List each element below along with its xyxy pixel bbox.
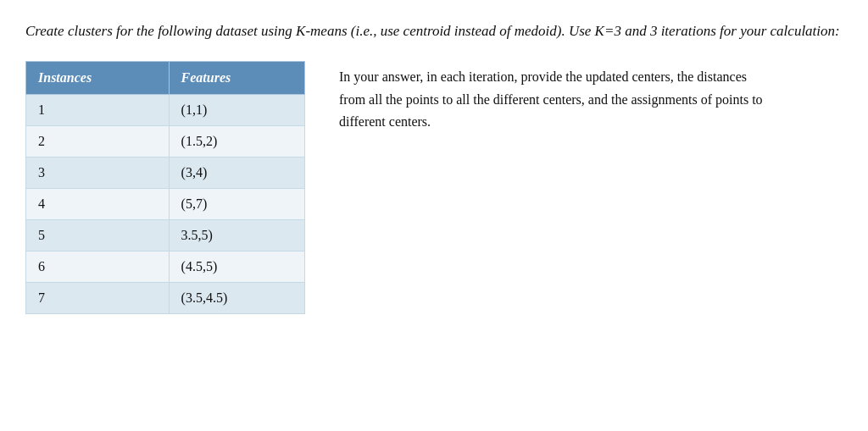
intro-paragraph: Create clusters for the following datase… <box>25 20 843 42</box>
cell-feature: (1.5,2) <box>169 126 304 157</box>
cell-instance: 1 <box>26 95 170 126</box>
cell-feature: (4.5,5) <box>169 251 304 283</box>
table-row: 4(5,7) <box>26 189 305 220</box>
col-header-features: Features <box>169 62 304 95</box>
cell-instance: 3 <box>26 157 170 189</box>
table-row: 2(1.5,2) <box>26 126 305 157</box>
cell-instance: 5 <box>26 220 170 251</box>
cell-feature: (3,4) <box>169 157 304 189</box>
data-table-wrapper: Instances Features 1(1,1)2(1.5,2)3(3,4)4… <box>25 61 305 314</box>
cell-feature: (1,1) <box>169 95 304 126</box>
side-description: In your answer, in each iteration, provi… <box>339 61 763 133</box>
table-row: 6(4.5,5) <box>26 251 305 283</box>
cell-feature: (5,7) <box>169 189 304 220</box>
table-row: 53.5,5) <box>26 220 305 251</box>
instances-table: Instances Features 1(1,1)2(1.5,2)3(3,4)4… <box>25 61 305 314</box>
cell-feature: 3.5,5) <box>169 220 304 251</box>
table-row: 3(3,4) <box>26 157 305 189</box>
table-row: 7(3.5,4.5) <box>26 283 305 314</box>
table-row: 1(1,1) <box>26 95 305 126</box>
cell-feature: (3.5,4.5) <box>169 283 304 314</box>
cell-instance: 7 <box>26 283 170 314</box>
cell-instance: 2 <box>26 126 170 157</box>
table-header-row: Instances Features <box>26 62 305 95</box>
cell-instance: 6 <box>26 251 170 283</box>
main-content: Instances Features 1(1,1)2(1.5,2)3(3,4)4… <box>25 61 843 314</box>
col-header-instances: Instances <box>26 62 170 95</box>
cell-instance: 4 <box>26 189 170 220</box>
